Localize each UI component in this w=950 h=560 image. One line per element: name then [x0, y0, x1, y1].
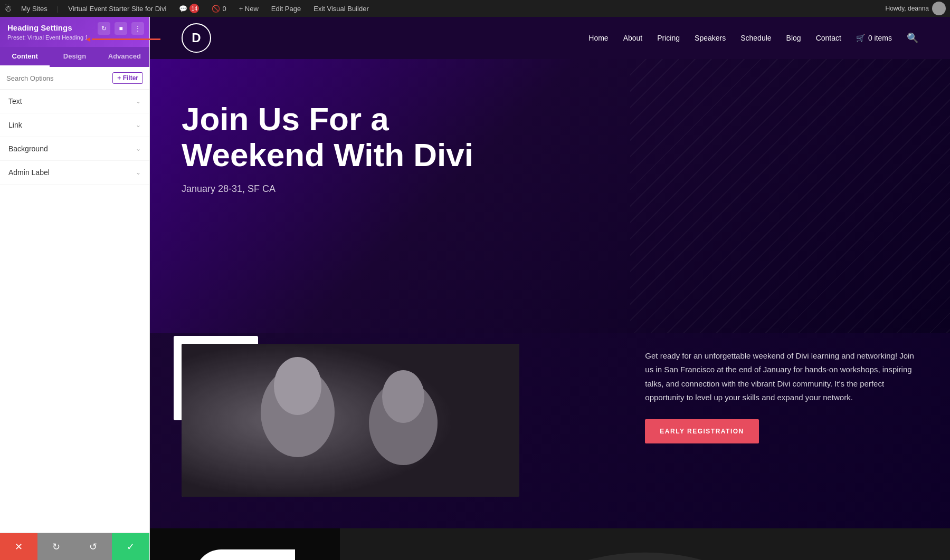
- hero-photo: [182, 344, 519, 497]
- hero-content: Join Us For a Weekend With Divi January …: [182, 101, 587, 195]
- cart-icon[interactable]: 🛒 0 items: [856, 34, 892, 42]
- wp-admin-bar: ☃ My Sites | Virtual Event Starter Site …: [0, 0, 950, 17]
- hero-image-container: [182, 344, 619, 497]
- site-name[interactable]: Virtual Event Starter Site for Divi: [65, 5, 169, 13]
- panel-more-icon[interactable]: ⋮: [131, 22, 144, 35]
- option-link[interactable]: Link ⌄: [0, 113, 149, 137]
- admin-label-chevron-icon: ⌄: [136, 169, 141, 176]
- comments-link[interactable]: 💬 14: [176, 4, 202, 13]
- preset-arrow-indicator: ◄: [84, 35, 160, 43]
- hero-text-block: Get ready for an unforgettable weekend o…: [645, 344, 918, 443]
- early-registration-button[interactable]: EARLY REGISTRATION: [645, 419, 758, 443]
- hero-description: Get ready for an unforgettable weekend o…: [645, 349, 918, 404]
- nav-home[interactable]: Home: [588, 34, 608, 42]
- hero-subtitle: January 28-31, SF CA: [182, 184, 587, 195]
- redo-button[interactable]: ↺: [75, 533, 112, 560]
- hero-section: Join Us For a Weekend With Divi January …: [150, 59, 950, 333]
- panel-columns-icon[interactable]: ■: [115, 22, 127, 35]
- nav-about[interactable]: About: [623, 34, 643, 42]
- wp-logo[interactable]: ☃: [4, 4, 12, 14]
- my-sites-menu[interactable]: My Sites: [18, 5, 51, 13]
- preset-label: Preset: Virtual Event Heading 1: [7, 34, 88, 41]
- site-nav: Home About Pricing Speakers Schedule Blo…: [588, 32, 918, 44]
- cancel-button[interactable]: ✕: [0, 533, 37, 560]
- filter-button[interactable]: + Filter: [112, 72, 143, 84]
- panel-tabs: Content Design Advanced: [0, 47, 149, 67]
- panel-header: Heading Settings Preset: Virtual Event H…: [0, 17, 149, 47]
- panel-header-icons: ↻ ■ ⋮: [98, 22, 144, 35]
- search-input[interactable]: [6, 74, 109, 82]
- section2-image: [340, 528, 950, 560]
- spam-link[interactable]: 🚫 0: [208, 5, 229, 13]
- new-post-button[interactable]: + New: [236, 5, 262, 13]
- hero-image-row: Get ready for an unforgettable weekend o…: [150, 333, 950, 528]
- panel-options-list: Text ⌄ Link ⌄ Background ⌄ Admin Label ⌄: [0, 90, 149, 533]
- nav-schedule[interactable]: Schedule: [740, 34, 771, 42]
- save-button[interactable]: ✓: [112, 533, 149, 560]
- site-header: D Home About Pricing Speakers Schedule B…: [150, 17, 950, 59]
- search-icon[interactable]: 🔍: [907, 32, 918, 44]
- nav-pricing[interactable]: Pricing: [657, 34, 680, 42]
- background-chevron-icon: ⌄: [136, 145, 141, 152]
- undo-button[interactable]: ↻: [37, 533, 75, 560]
- spam-count: 0: [222, 5, 226, 13]
- hero-photo-svg: [182, 344, 519, 497]
- howdy-greeting: Howdy, deanna: [886, 2, 946, 15]
- option-background[interactable]: Background ⌄: [0, 137, 149, 161]
- heading-settings-panel: Heading Settings Preset: Virtual Event H…: [0, 17, 150, 560]
- panel-search-area: + Filter: [0, 67, 149, 90]
- text-chevron-icon: ⌄: [136, 98, 141, 105]
- edit-page-button[interactable]: Edit Page: [268, 5, 304, 13]
- hero-title: Join Us For a Weekend With Divi: [182, 101, 587, 173]
- section2-right: ⋯: [340, 528, 950, 560]
- cart-icon-symbol: 🛒: [856, 34, 865, 42]
- cart-count: 0 items: [868, 34, 892, 42]
- nav-speakers[interactable]: Speakers: [695, 34, 726, 42]
- exit-builder-button[interactable]: Exit Visual Builder: [310, 5, 372, 13]
- my-sites-label: My Sites: [21, 5, 48, 13]
- section2-photo-svg: [340, 528, 950, 560]
- section2: ⋯: [150, 528, 950, 560]
- comments-count: 14: [189, 4, 199, 13]
- main-content-area: D Home About Pricing Speakers Schedule B…: [150, 17, 950, 560]
- nav-blog[interactable]: Blog: [786, 34, 801, 42]
- tab-content[interactable]: Content: [0, 47, 50, 67]
- option-text[interactable]: Text ⌄: [0, 90, 149, 113]
- decorative-shape: [195, 549, 295, 560]
- user-avatar: [932, 2, 946, 15]
- svg-rect-5: [182, 344, 519, 497]
- panel-reset-icon[interactable]: ↻: [98, 22, 110, 35]
- site-logo[interactable]: D: [182, 23, 211, 53]
- tab-design[interactable]: Design: [50, 47, 99, 67]
- panel-footer: ✕ ↻ ↺ ✓: [0, 533, 149, 560]
- section2-left: [150, 528, 340, 560]
- tab-advanced[interactable]: Advanced: [100, 47, 149, 67]
- option-admin-label[interactable]: Admin Label ⌄: [0, 161, 149, 185]
- link-chevron-icon: ⌄: [136, 121, 141, 129]
- nav-contact[interactable]: Contact: [816, 34, 841, 42]
